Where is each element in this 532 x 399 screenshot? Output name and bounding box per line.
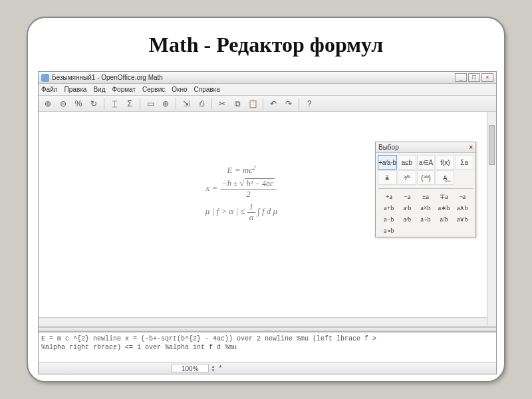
close-button[interactable]: × xyxy=(481,73,493,82)
elements-categories: +a⁄a·ba≤ba∈Af(x)Σaa⃗ᵃ⁄ᵇ(ᵃᵇ)A͟ xyxy=(376,153,475,187)
operator-button[interactable]: a⁄b xyxy=(398,215,417,223)
operator-button[interactable]: a∧b xyxy=(453,204,471,211)
toolbar-separator xyxy=(140,98,140,110)
f2-fraction: −b ± √b² − 4ac 2 xyxy=(220,178,277,200)
f1-eq: = xyxy=(233,165,243,175)
sigma-icon[interactable]: Σ xyxy=(123,97,136,110)
titlebar[interactable]: Безымянный1 - OpenOffice.org Math _ □ × xyxy=(39,72,496,84)
paste-icon[interactable]: 📋 xyxy=(246,97,259,110)
element-category[interactable]: A͟ xyxy=(436,170,454,185)
operator-button[interactable]: a∘b xyxy=(380,227,398,234)
menu-help[interactable]: Справка xyxy=(194,86,220,93)
formula-code-input[interactable]: E = m c ^{2} newline x = (-b+-sqrt(b^{2}… xyxy=(39,331,496,362)
toolbar-separator xyxy=(176,98,176,110)
operator-button[interactable]: a/b xyxy=(435,215,454,223)
help-icon[interactable]: ? xyxy=(303,97,316,110)
menu-window[interactable]: Окно xyxy=(172,86,187,93)
operator-button[interactable]: a∨b xyxy=(453,215,471,223)
zoom-in-icon[interactable]: ⊕ xyxy=(41,97,55,110)
element-category[interactable]: a∈A xyxy=(417,155,436,170)
menu-edit[interactable]: Правка xyxy=(65,86,87,93)
operator-button[interactable]: −a xyxy=(398,193,417,200)
openoffice-math-window: Безымянный1 - OpenOffice.org Math _ □ × … xyxy=(38,71,497,374)
zoom-stepper[interactable]: ▲▼ xyxy=(211,364,215,372)
window-title: Безымянный1 - OpenOffice.org Math xyxy=(52,74,163,81)
redo-icon[interactable]: ↷ xyxy=(282,97,295,110)
f3-a: μ | f > α | ≤ xyxy=(205,207,247,217)
undo-icon[interactable]: ↶ xyxy=(267,97,280,110)
presentation-slide: Math - Редактор формул Безымянный1 - Ope… xyxy=(27,17,505,382)
cut-icon[interactable]: ✂ xyxy=(215,97,229,110)
copy-icon[interactable]: ⧉ xyxy=(231,97,244,110)
scrollbar-thumb[interactable] xyxy=(489,125,495,165)
operator-button[interactable]: ∓a xyxy=(435,193,454,200)
elements-panel-close-icon[interactable]: × xyxy=(469,144,473,151)
element-category[interactable]: (ᵃᵇ) xyxy=(417,170,436,185)
zoom-out-icon[interactable]: ⊖ xyxy=(57,97,70,110)
operator-button[interactable]: ±a xyxy=(416,193,435,200)
divider xyxy=(378,188,473,189)
zoom-field[interactable]: 100% xyxy=(172,364,209,372)
operator-button[interactable]: a∗b xyxy=(435,204,454,211)
element-category[interactable]: ᵃ⁄ᵇ xyxy=(398,170,416,185)
operator-button xyxy=(416,227,435,234)
element-category[interactable]: Σa xyxy=(455,155,473,170)
window-controls: _ □ × xyxy=(455,73,493,82)
element-category[interactable]: a≤b xyxy=(398,155,416,170)
code-line-1: E = m c ^{2} newline x = (-b+-sqrt(b^{2}… xyxy=(41,334,493,343)
app-icon xyxy=(41,74,49,82)
menu-format[interactable]: Формат xyxy=(112,86,136,93)
minimize-button[interactable]: _ xyxy=(455,73,467,82)
elements-panel[interactable]: Выбор × +a⁄a·ba≤ba∈Af(x)Σaa⃗ᵃ⁄ᵇ(ᵃᵇ)A͟ +a… xyxy=(375,142,476,237)
element-category[interactable]: +a⁄a·b xyxy=(378,155,397,170)
element-category[interactable]: a⃗ xyxy=(378,170,397,185)
status-bar: 100% ▲▼ * xyxy=(39,362,496,374)
operator-button[interactable]: a÷b xyxy=(416,215,435,223)
elements-panel-title: Выбор xyxy=(378,144,399,151)
operator-button[interactable]: a−b xyxy=(380,215,398,223)
field-icon[interactable]: ▭ xyxy=(144,97,157,110)
maximize-button[interactable]: □ xyxy=(468,73,480,82)
operator-button[interactable]: +a xyxy=(380,193,398,200)
formula-icon[interactable]: ⌶ xyxy=(108,97,121,110)
print-icon[interactable]: ⎙ xyxy=(195,97,208,110)
f3-fraction: 1 α xyxy=(247,202,255,223)
horizontal-scrollbar[interactable] xyxy=(39,317,487,327)
f1-exp: 2 xyxy=(253,164,256,171)
operator-button[interactable]: a+b xyxy=(380,204,398,211)
refresh-icon[interactable]: ↻ xyxy=(87,97,100,110)
toolbar-separator xyxy=(211,98,212,110)
export-icon[interactable]: ⇲ xyxy=(180,97,193,110)
symbol-icon[interactable]: ⊕ xyxy=(159,97,172,110)
menubar: Файл Правка Вид Формат Сервис Окно Справ… xyxy=(39,84,496,96)
toolbar-separator xyxy=(263,98,263,110)
f2-lhs: x = xyxy=(206,183,220,193)
rendered-formula: E = mc2 x = −b ± √b² − 4ac 2 μ | f > α |… xyxy=(185,162,298,225)
menu-tools[interactable]: Сервис xyxy=(142,86,165,93)
toolbar-separator xyxy=(104,98,104,110)
zoom-100-icon[interactable]: % xyxy=(72,97,85,110)
f1-rhs: mc xyxy=(243,165,253,175)
f3-b: ∫ f d μ xyxy=(257,207,277,217)
operator-button[interactable]: ¬a xyxy=(453,193,471,200)
operator-button[interactable]: a·b xyxy=(398,204,417,211)
modified-indicator: * xyxy=(219,364,222,372)
menu-view[interactable]: Вид xyxy=(93,86,105,93)
element-category[interactable]: f(x) xyxy=(436,155,454,170)
operator-button xyxy=(435,227,454,234)
code-line-2: %alpha right rbrace) <= 1 over %alpha in… xyxy=(41,343,493,352)
formula-preview[interactable]: E = mc2 x = −b ± √b² − 4ac 2 μ | f > α |… xyxy=(39,112,496,327)
slide-title: Math - Редактор формул xyxy=(28,33,504,57)
elements-panel-header[interactable]: Выбор × xyxy=(376,142,475,153)
operator-button xyxy=(398,227,417,234)
toolbar: ⊕⊖%↻⌶Σ▭⊕⇲⎙✂⧉📋↶↷? xyxy=(39,96,496,112)
f1-lhs: E xyxy=(227,165,233,175)
operator-button[interactable]: a×b xyxy=(416,204,435,211)
toolbar-separator xyxy=(299,98,299,110)
elements-operators: +a−a±a∓a¬aa+ba·ba×ba∗ba∧ba−ba⁄ba÷ba/ba∨b… xyxy=(376,190,475,237)
operator-button xyxy=(453,227,471,234)
vertical-scrollbar[interactable] xyxy=(487,112,496,327)
menu-file[interactable]: Файл xyxy=(41,86,58,93)
content-area: E = mc2 x = −b ± √b² − 4ac 2 μ | f > α |… xyxy=(39,112,496,362)
